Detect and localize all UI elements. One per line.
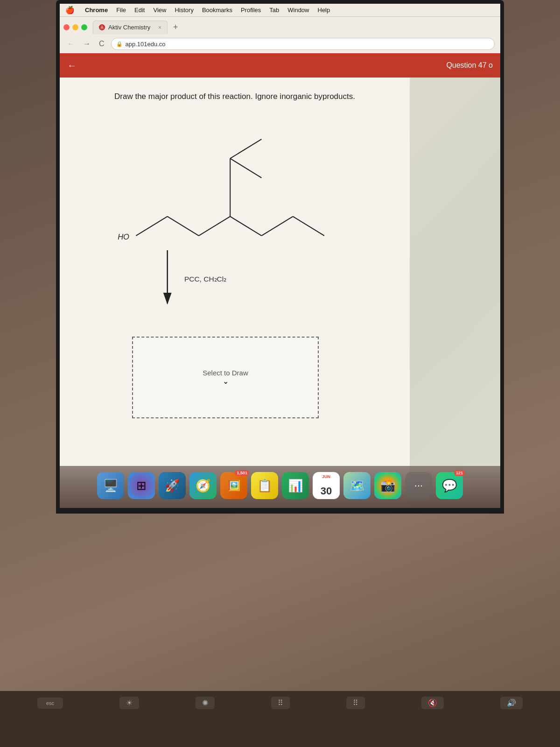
tab-close-button[interactable]: × <box>158 24 161 31</box>
svg-text:PCC, CH₂Cl₂: PCC, CH₂Cl₂ <box>184 275 226 283</box>
svg-line-5 <box>261 216 293 235</box>
badge-1501: 1,501 <box>235 470 249 476</box>
keyboard-top-row: esc ☀ ✺ ⠿ ⠿ 🔇 🔊 <box>0 691 560 715</box>
menu-view[interactable]: View <box>153 7 166 14</box>
tab-favicon: 🅐 <box>99 24 105 31</box>
dock-item-calendar[interactable]: JUN 30 <box>313 472 340 499</box>
dock-item-numbers[interactable]: 📊 <box>282 472 309 499</box>
traffic-lights <box>63 24 87 30</box>
screen-bezel: 🍎 Chrome File Edit View History Bookmark… <box>56 0 504 514</box>
new-tab-button[interactable]: + <box>169 21 182 33</box>
close-button[interactable] <box>63 24 70 30</box>
dock-item-rocket[interactable]: 🚀 <box>159 472 186 499</box>
key-mission-control[interactable]: ⠿ <box>271 697 290 709</box>
dock: 🖥️ ⊞ 🚀 🧭 🖼️ 1,501 📋 📊 JUN 30 🗺️ <box>60 466 500 508</box>
dock-item-photos-badge[interactable]: 🖼️ 1,501 <box>220 472 247 499</box>
chemistry-diagram: HO <box>60 110 410 428</box>
calendar-month: JUN <box>322 474 330 479</box>
address-bar: ← → C 🔒 app.101edu.co <box>60 35 500 53</box>
mute-icon: 🔇 <box>428 699 437 707</box>
dock-item-safari[interactable]: 🧭 <box>189 472 217 499</box>
keyboard-area: esc ☀ ✺ ⠿ ⠿ 🔇 🔊 <box>0 691 560 747</box>
question-label: Question 47 o <box>446 61 493 70</box>
refresh-button[interactable]: C <box>97 39 106 49</box>
lock-icon: 🔒 <box>116 41 123 47</box>
key-launchpad-key[interactable]: ⠿ <box>346 697 365 709</box>
key-brightness-up[interactable]: ✺ <box>196 697 215 709</box>
dock-item-more[interactable]: ··· <box>405 472 432 499</box>
dock-item-maps[interactable]: 🗺️ <box>343 472 371 499</box>
question-header: ← Question 47 o <box>60 53 500 78</box>
dock-item-messages[interactable]: 💬 121 <box>436 472 463 499</box>
mission-control-icon: ⠿ <box>278 699 283 707</box>
dock-item-finder[interactable]: 🖥️ <box>97 472 124 499</box>
volume-up-icon: 🔊 <box>507 699 516 707</box>
svg-line-8 <box>230 158 261 177</box>
dock-item-launchpad[interactable]: ⊞ <box>128 472 155 499</box>
key-volume-up[interactable]: 🔊 <box>500 697 523 709</box>
key-brightness-down[interactable]: ☀ <box>119 697 139 709</box>
menu-history[interactable]: History <box>175 7 193 14</box>
tab-bar: 🅐 Aktiv Chemistry × + <box>60 17 500 35</box>
screen: 🍎 Chrome File Edit View History Bookmark… <box>60 4 500 508</box>
tab-title: Aktiv Chemistry <box>108 24 150 31</box>
key-esc[interactable]: esc <box>37 698 63 709</box>
draw-box[interactable]: Select to Draw ⌄ <box>132 337 319 418</box>
molecule-svg: HO <box>88 134 368 367</box>
url-text: app.101edu.co <box>126 41 166 48</box>
menu-bookmarks[interactable]: Bookmarks <box>202 7 232 14</box>
chevron-down-icon: ⌄ <box>223 377 229 386</box>
maximize-button[interactable] <box>81 24 87 30</box>
right-panel <box>410 78 500 466</box>
svg-line-2 <box>168 216 199 235</box>
menu-file[interactable]: File <box>116 7 126 14</box>
minimize-button[interactable] <box>72 24 78 30</box>
url-bar[interactable]: 🔒 app.101edu.co <box>111 38 495 50</box>
back-button[interactable]: ← <box>65 39 77 49</box>
menu-help[interactable]: Help <box>318 7 330 14</box>
key-mute[interactable]: 🔇 <box>421 697 444 709</box>
menu-tab[interactable]: Tab <box>269 7 279 14</box>
badge-messages: 121 <box>454 470 465 476</box>
svg-line-9 <box>230 139 261 158</box>
menu-bar: 🍎 Chrome File Edit View History Bookmark… <box>60 4 500 17</box>
svg-line-6 <box>293 216 324 235</box>
menu-window[interactable]: Window <box>287 7 309 14</box>
menu-chrome[interactable]: Chrome <box>85 7 108 14</box>
dock-item-photos[interactable]: 📸 <box>374 472 401 499</box>
browser-chrome: 🅐 Aktiv Chemistry × + ← → C 🔒 app.101edu… <box>60 17 500 54</box>
svg-line-4 <box>230 216 261 235</box>
select-to-draw-label[interactable]: Select to Draw <box>203 369 248 377</box>
question-text: Draw the major product of this reaction.… <box>60 78 410 110</box>
apple-logo-icon[interactable]: 🍎 <box>65 6 75 14</box>
menu-edit[interactable]: Edit <box>134 7 145 14</box>
launchpad-icon: ⠿ <box>353 699 358 707</box>
svg-text:HO: HO <box>118 233 129 241</box>
forward-button[interactable]: → <box>81 39 92 49</box>
back-arrow-button[interactable]: ← <box>67 60 77 71</box>
content-area: Draw the major product of this reaction.… <box>60 78 410 508</box>
menu-profiles[interactable]: Profiles <box>241 7 261 14</box>
brightness-down-icon: ☀ <box>126 699 133 707</box>
svg-line-1 <box>136 216 167 235</box>
svg-line-3 <box>199 216 230 235</box>
calendar-date: 30 <box>321 486 332 496</box>
brightness-up-icon: ✺ <box>202 699 208 707</box>
active-tab[interactable]: 🅐 Aktiv Chemistry × <box>93 21 168 34</box>
dock-item-notes[interactable]: 📋 <box>251 472 278 499</box>
